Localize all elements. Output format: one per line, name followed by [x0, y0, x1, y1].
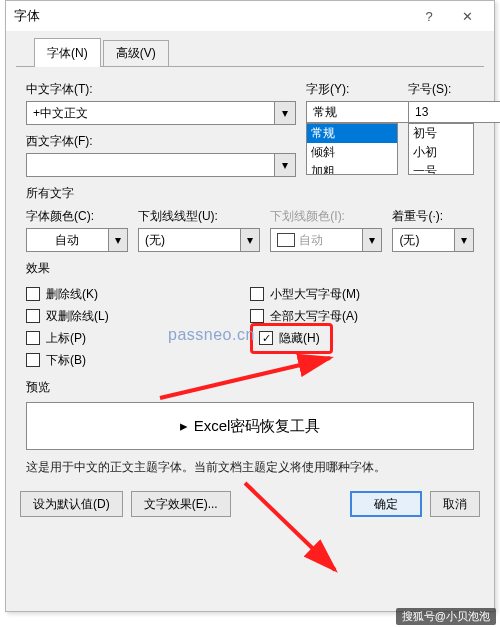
- checkbox-strike[interactable]: 删除线(K): [26, 283, 250, 305]
- dialog-content: 中文字体(T): ▾ 西文字体(F): ▾ 字形(Y): 常规: [6, 67, 494, 481]
- text-effects-button[interactable]: 文字效果(E)...: [131, 491, 231, 517]
- checkbox-dblstrike[interactable]: 双删除线(L): [26, 305, 250, 327]
- help-icon[interactable]: ?: [410, 1, 448, 31]
- chevron-down-icon[interactable]: ▾: [362, 228, 382, 252]
- chevron-down-icon[interactable]: ▾: [240, 228, 260, 252]
- size-field[interactable]: [408, 101, 500, 123]
- cn-font-label: 中文字体(T):: [26, 81, 296, 98]
- emphasis-combo[interactable]: (无) ▾: [392, 228, 474, 252]
- checkbox-icon: [26, 287, 40, 301]
- list-item[interactable]: 常规: [307, 124, 397, 143]
- color-swatch: [277, 233, 295, 247]
- list-item[interactable]: 倾斜: [307, 143, 397, 162]
- checkbox-icon: [26, 309, 40, 323]
- cancel-button[interactable]: 取消: [430, 491, 480, 517]
- chevron-down-icon[interactable]: ▾: [274, 153, 296, 177]
- checkbox-hidden[interactable]: ✓ 隐藏(H): [259, 330, 320, 347]
- underline-style-combo[interactable]: (无) ▾: [138, 228, 260, 252]
- list-item[interactable]: 初号: [409, 124, 473, 143]
- style-label: 字形(Y):: [306, 81, 398, 98]
- chevron-down-icon[interactable]: ▾: [454, 228, 474, 252]
- west-font-field[interactable]: [26, 153, 274, 177]
- preview-box: ▸Excel密码恢复工具: [26, 402, 474, 450]
- chevron-down-icon[interactable]: ▾: [108, 228, 128, 252]
- tab-advanced[interactable]: 高级(V): [103, 40, 169, 66]
- west-font-label: 西文字体(F):: [26, 133, 296, 150]
- size-label: 字号(S):: [408, 81, 474, 98]
- font-dialog: 字体 ? ✕ 字体(N) 高级(V) 中文字体(T): ▾ 西文字体(F): ▾: [5, 0, 495, 612]
- underline-color-combo[interactable]: 自动 ▾: [270, 228, 382, 252]
- west-font-input[interactable]: ▾: [26, 153, 296, 177]
- set-default-button[interactable]: 设为默认值(D): [20, 491, 123, 517]
- size-listbox[interactable]: 初号 小初 一号: [408, 123, 474, 175]
- hint-text: 这是用于中文的正文主题字体。当前文档主题定义将使用哪种字体。: [26, 460, 474, 475]
- cn-font-input[interactable]: ▾: [26, 101, 296, 125]
- checkbox-icon: [26, 353, 40, 367]
- titlebar: 字体 ? ✕: [6, 1, 494, 31]
- list-item[interactable]: 加粗: [307, 162, 397, 175]
- preview-label: 预览: [26, 379, 474, 396]
- cn-font-field[interactable]: [26, 101, 274, 125]
- close-icon[interactable]: ✕: [448, 1, 486, 31]
- ok-button[interactable]: 确定: [350, 491, 422, 517]
- source-tag: 搜狐号@小贝泡泡: [396, 608, 496, 625]
- checkbox-icon: [250, 287, 264, 301]
- font-color-combo[interactable]: 自动 ▾: [26, 228, 128, 252]
- footer: 设为默认值(D) 文字效果(E)... 确定 取消: [6, 481, 494, 527]
- preview-text: Excel密码恢复工具: [194, 417, 321, 436]
- checkbox-icon: [250, 309, 264, 323]
- checkbox-checked-icon: ✓: [259, 331, 273, 345]
- style-listbox[interactable]: 常规 倾斜 加粗: [306, 123, 398, 175]
- emphasis-label: 着重号(·):: [392, 208, 474, 225]
- underline-color-label: 下划线颜色(I):: [270, 208, 382, 225]
- all-text-label: 所有文字: [26, 185, 474, 202]
- font-color-label: 字体颜色(C):: [26, 208, 128, 225]
- list-item[interactable]: 小初: [409, 143, 473, 162]
- tab-font[interactable]: 字体(N): [34, 38, 101, 67]
- checkbox-smallcaps[interactable]: 小型大写字母(M): [250, 283, 474, 305]
- size-input[interactable]: [408, 101, 474, 123]
- list-item[interactable]: 一号: [409, 162, 473, 175]
- checkbox-subscript[interactable]: 下标(B): [26, 349, 250, 371]
- effects-label: 效果: [26, 260, 474, 277]
- hidden-highlight: ✓ 隐藏(H): [250, 323, 333, 354]
- tabs: 字体(N) 高级(V): [16, 37, 484, 67]
- dialog-title: 字体: [14, 7, 410, 25]
- checkbox-superscript[interactable]: 上标(P): [26, 327, 250, 349]
- underline-style-label: 下划线线型(U):: [138, 208, 260, 225]
- style-input[interactable]: [306, 101, 398, 123]
- chevron-down-icon[interactable]: ▾: [274, 101, 296, 125]
- checkbox-icon: [26, 331, 40, 345]
